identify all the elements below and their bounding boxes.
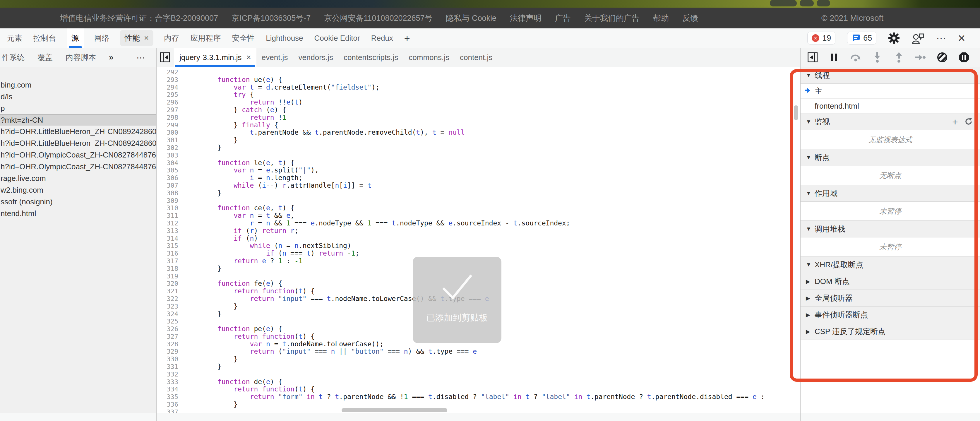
pause-on-exceptions-icon[interactable]: [959, 52, 969, 63]
line-number[interactable]: 313: [157, 227, 182, 235]
devtools-tab-内存[interactable]: 内存: [163, 29, 180, 48]
debugger-section-CSP 违反了规定断点[interactable]: ▶CSP 违反了规定断点: [800, 323, 980, 340]
line-number[interactable]: 316: [157, 250, 182, 257]
devtools-tab-性能[interactable]: 性能×: [120, 30, 153, 46]
thread-item[interactable]: frontend.html: [800, 99, 980, 113]
file-tree-item[interactable]: ssofr (nosignin): [0, 196, 156, 207]
line-number[interactable]: 293: [157, 76, 182, 84]
step-button[interactable]: [915, 52, 926, 63]
editor-vertical-scrollbar[interactable]: [794, 105, 798, 120]
step-out-button[interactable]: [894, 52, 904, 63]
navigator-more-tabs-icon[interactable]: »: [109, 53, 114, 62]
line-number[interactable]: 322: [157, 295, 182, 303]
navigator-tab-contentscripts[interactable]: 内容脚本: [65, 53, 96, 63]
line-number[interactable]: 311: [157, 212, 182, 220]
line-number-gutter[interactable]: 2922932942952962972982993003013023033043…: [157, 67, 182, 413]
line-number[interactable]: 303: [157, 151, 182, 159]
issue-count-badge[interactable]: 65: [847, 32, 877, 45]
debugger-section-XHR/提取断点[interactable]: ▼XHR/提取断点: [800, 257, 980, 273]
line-number[interactable]: 314: [157, 235, 182, 242]
refresh-watch-icon[interactable]: [962, 116, 975, 128]
add-watch-expression-icon[interactable]: +: [948, 116, 962, 128]
editor-horizontal-scrollbar[interactable]: [342, 408, 447, 412]
footer-link[interactable]: 帮助: [653, 13, 669, 24]
line-number[interactable]: 312: [157, 220, 182, 227]
line-number[interactable]: 307: [157, 182, 182, 190]
hide-navigator-icon[interactable]: [160, 53, 170, 62]
line-number[interactable]: 304: [157, 159, 182, 167]
devtools-tab-Cookie Editor[interactable]: Cookie Editor: [314, 29, 361, 48]
devtools-tab-Redux[interactable]: Redux: [371, 29, 394, 48]
line-number[interactable]: 305: [157, 167, 182, 174]
file-tree-item[interactable]: w2.bing.com: [0, 184, 156, 196]
file-tree-item[interactable]: p: [0, 102, 156, 114]
debugger-section-全局侦听器[interactable]: ▶全局侦听器: [800, 290, 980, 306]
file-tree-item[interactable]: h?id=OHR.LittleBlueHeron_ZH-CN0892428603…: [0, 137, 156, 149]
line-number[interactable]: 327: [157, 333, 182, 340]
close-tab-icon[interactable]: ×: [246, 53, 251, 62]
pause-script-button[interactable]: [829, 52, 839, 63]
debugger-section-DOM 断点[interactable]: ▶DOM 断点: [800, 273, 980, 290]
editor-tab-vendors.js[interactable]: vendors.js: [293, 48, 338, 67]
line-number[interactable]: 320: [157, 280, 182, 287]
navigator-tab-overrides[interactable]: 覆盖: [37, 53, 52, 63]
step-over-button[interactable]: [850, 52, 861, 63]
devtools-tab-源[interactable]: 源: [67, 29, 84, 48]
settings-gear-icon[interactable]: [888, 32, 900, 44]
line-number[interactable]: 315: [157, 242, 182, 250]
line-number[interactable]: 334: [157, 386, 182, 393]
line-number[interactable]: 335: [157, 393, 182, 401]
line-number[interactable]: 309: [157, 197, 182, 205]
line-number[interactable]: 326: [157, 325, 182, 333]
debugger-section-监视[interactable]: ▼监视+: [800, 113, 980, 130]
feedback-icon[interactable]: [912, 32, 924, 44]
line-number[interactable]: 319: [157, 273, 182, 280]
line-number[interactable]: 331: [157, 363, 182, 371]
line-number[interactable]: 298: [157, 114, 182, 121]
file-tree-item[interactable]: h?id=OHR.OlympicCoast_ZH-CN0827844876_UH: [0, 161, 156, 172]
file-tree-item[interactable]: d/ls: [0, 91, 156, 102]
editor-tab-contentscripts.js[interactable]: contentscripts.js: [338, 48, 403, 67]
debugger-section-作用域[interactable]: ▼作用域: [800, 185, 980, 202]
editor-tab-event.js[interactable]: event.js: [256, 48, 293, 67]
devtools-tab-控制台[interactable]: 控制台: [33, 29, 57, 48]
sidebar-divider[interactable]: [156, 48, 157, 421]
line-number[interactable]: 329: [157, 348, 182, 356]
footer-link[interactable]: 反馈: [682, 13, 698, 24]
line-number[interactable]: 323: [157, 303, 182, 310]
deactivate-breakpoints-icon[interactable]: [937, 52, 948, 63]
add-tab-button[interactable]: +: [404, 29, 410, 48]
editor-tab-commons.js[interactable]: commons.js: [403, 48, 455, 67]
line-number[interactable]: 302: [157, 144, 182, 151]
line-number[interactable]: 317: [157, 257, 182, 265]
line-number[interactable]: 318: [157, 265, 182, 273]
line-number[interactable]: 330: [157, 356, 182, 363]
debugger-section-断点[interactable]: ▼断点: [800, 149, 980, 166]
line-number[interactable]: 294: [157, 84, 182, 91]
close-devtools-icon[interactable]: ×: [958, 32, 966, 45]
line-number[interactable]: 324: [157, 310, 182, 318]
file-tree-item[interactable]: h?id=OHR.LittleBlueHeron_ZH-CN0892428603…: [0, 126, 156, 137]
debugger-section-调用堆栈[interactable]: ▼调用堆栈: [800, 221, 980, 238]
file-tree-item[interactable]: h?id=OHR.OlympicCoast_ZH-CN0827844876_19: [0, 149, 156, 161]
line-number[interactable]: 299: [157, 121, 182, 129]
line-number[interactable]: 333: [157, 378, 182, 386]
editor-tab-jquery-3.3.1.min.js[interactable]: jquery-3.3.1.min.js×: [174, 48, 256, 67]
file-tree-item[interactable]: ntend.html: [0, 207, 156, 219]
thread-item[interactable]: 主: [800, 84, 980, 99]
line-number[interactable]: 328: [157, 340, 182, 348]
footer-link[interactable]: 关于我们的广告: [584, 13, 640, 24]
line-number[interactable]: 301: [157, 136, 182, 144]
code-editor[interactable]: 2922932942952962972982993003013023033043…: [157, 67, 800, 413]
editor-tab-content.js[interactable]: content.js: [455, 48, 498, 67]
navigator-menu-icon[interactable]: ⋯: [137, 53, 146, 63]
hide-debugger-sidebar-icon[interactable]: [808, 53, 818, 62]
file-tree-item[interactable]: bing.com: [0, 79, 156, 91]
line-number[interactable]: 292: [157, 69, 182, 76]
line-number[interactable]: 308: [157, 190, 182, 197]
debugger-section-线程[interactable]: ▼线程: [800, 67, 980, 84]
devtools-tab-网络[interactable]: 网络: [94, 29, 110, 48]
line-number[interactable]: 310: [157, 204, 182, 212]
line-number[interactable]: 306: [157, 174, 182, 182]
close-tab-icon[interactable]: ×: [144, 34, 149, 42]
